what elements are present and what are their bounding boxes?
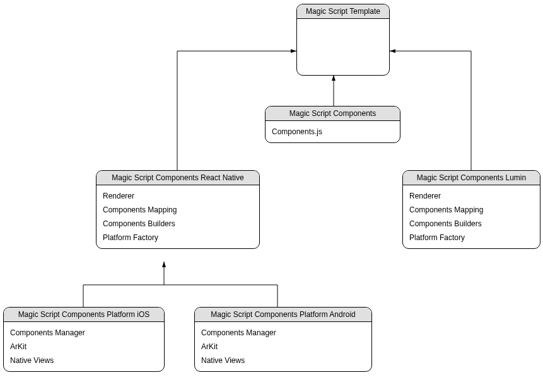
node-item: Platform Factory: [409, 231, 534, 245]
node-item: Components Builders: [409, 217, 534, 231]
node-item: Components Manager: [201, 326, 365, 340]
node-title: Magic Script Template: [297, 4, 389, 19]
node-item: Components Builders: [103, 217, 253, 231]
node-body: Components.js: [266, 121, 400, 142]
node-lumin: Magic Script Components Lumin Renderer C…: [402, 170, 540, 249]
node-title: Magic Script Components Platform Android: [195, 308, 371, 322]
node-body: Components Manager ArKit Native Views: [195, 322, 371, 371]
node-title: Magic Script Components Lumin: [403, 171, 540, 185]
node-body: [297, 19, 389, 26]
node-title: Magic Script Components: [266, 107, 400, 121]
node-item: ArKit: [10, 340, 158, 354]
node-item: ArKit: [201, 340, 365, 354]
node-platform-ios: Magic Script Components Platform iOS Com…: [3, 307, 165, 372]
node-item: Components Mapping: [103, 203, 253, 217]
node-item: Components Mapping: [409, 203, 534, 217]
node-body: Components Manager ArKit Native Views: [4, 322, 164, 371]
node-item: Components Manager: [10, 326, 158, 340]
node-item: Renderer: [103, 189, 253, 203]
node-magic-script-template: Magic Script Template: [296, 4, 390, 76]
node-item: Components.js: [272, 125, 394, 139]
node-body: Renderer Components Mapping Components B…: [96, 185, 259, 248]
node-body: Renderer Components Mapping Components B…: [403, 185, 540, 248]
node-react-native: Magic Script Components React Native Ren…: [96, 170, 260, 249]
node-title: Magic Script Components Platform iOS: [4, 308, 164, 322]
node-item: Native Views: [201, 354, 365, 367]
node-platform-android: Magic Script Components Platform Android…: [194, 307, 372, 372]
node-item: Renderer: [409, 189, 534, 203]
node-item: Native Views: [10, 354, 158, 367]
node-magic-script-components: Magic Script Components Components.js: [265, 106, 400, 143]
node-item: Platform Factory: [103, 231, 253, 245]
node-title: Magic Script Components React Native: [96, 171, 259, 185]
